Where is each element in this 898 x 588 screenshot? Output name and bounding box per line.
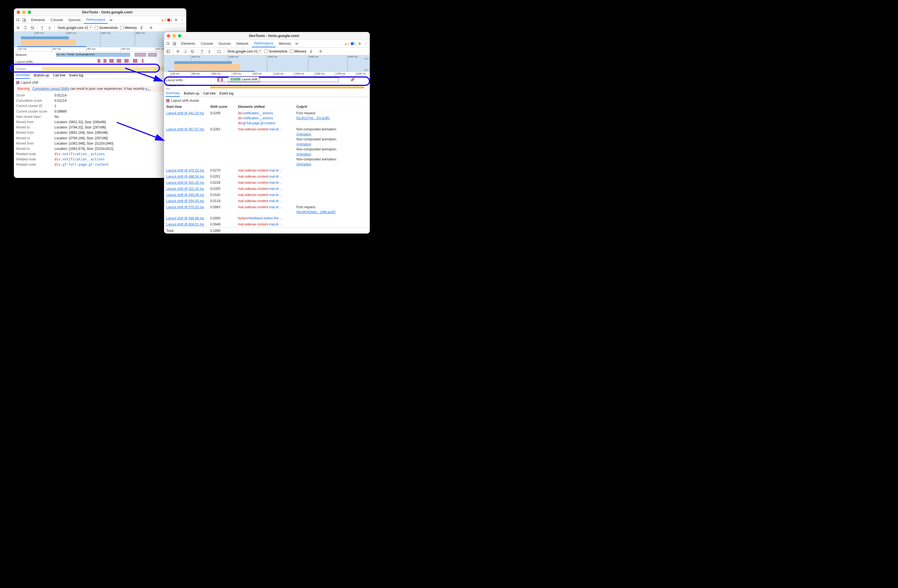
error-badge[interactable]: 1 (168, 18, 172, 22)
close-icon[interactable] (17, 11, 20, 14)
layout-shift-link[interactable]: Layout shift @ 457.07 ms (166, 127, 204, 131)
tab-call-tree[interactable]: Call tree (203, 90, 216, 97)
layout-shift-link[interactable]: Layout shift @ 588.68 ms (166, 216, 204, 220)
tab-memory[interactable]: Memory (277, 40, 293, 47)
culprit-link[interactable]: Animation (296, 162, 311, 166)
svg-rect-1 (23, 18, 25, 22)
culprit-link[interactable]: Animation (296, 142, 311, 146)
memory-checkbox[interactable]: Memory (120, 26, 137, 30)
evolved-link[interactable]: e… (146, 87, 151, 91)
detail-row: Moved toLocation: [3794,194], Size: [287… (16, 135, 184, 141)
titlebar[interactable]: DevTools - fonts.google.com/ (14, 8, 186, 16)
cls-link[interactable]: Cumulative Layout Shifts (32, 87, 69, 91)
session-dropdown[interactable]: fonts.google.com #1 (57, 25, 92, 30)
tab-console[interactable]: Console (48, 17, 65, 23)
overview-timeline[interactable]: 995 ms 1995 ms 2995 ms 3995 ms 4995 ms C… (164, 55, 370, 72)
inspect-icon[interactable] (166, 41, 171, 46)
tab-performance[interactable]: Performance (84, 16, 108, 24)
tab-bottom-up[interactable]: Bottom-up (34, 72, 49, 79)
time-ruler[interactable]: 197 ms 297 ms 397 ms 497 ms 597 ms (14, 47, 186, 52)
tab-summary[interactable]: Summary (166, 90, 180, 97)
layout-shifts-track[interactable]: Layout shifts 0.0269 Layout shift (164, 77, 370, 84)
tab-console[interactable]: Console (198, 40, 215, 47)
layout-shift-link[interactable]: Layout shift @ 545.09 ms (166, 193, 204, 197)
tab-event-log[interactable]: Event log (69, 72, 83, 79)
upload-icon[interactable] (40, 25, 45, 30)
detail-row: Cumulative score0.01214 (16, 98, 184, 103)
frames-track[interactable]: Frames 167.1 ms (164, 84, 370, 90)
layout-shift-link[interactable]: Layout shift @ 570.53 ms (166, 205, 204, 209)
tab-summary[interactable]: Summary (15, 72, 30, 79)
perf-toolbar: fonts.google.com #1 Screenshots Memory ⚙ (164, 48, 370, 55)
minimize-icon[interactable] (22, 11, 26, 14)
device-icon[interactable] (172, 41, 177, 46)
clear-icon[interactable] (190, 49, 195, 54)
gear-icon[interactable]: ⚙ (357, 41, 362, 46)
maximize-icon[interactable] (178, 34, 181, 37)
gc-icon[interactable] (139, 25, 144, 30)
tab-network[interactable]: Network (234, 40, 251, 47)
layout-shift-link[interactable]: Layout shift @ 486.54 ms (166, 175, 204, 179)
svg-point-13 (177, 51, 178, 52)
memory-checkbox[interactable]: Memory (290, 49, 306, 53)
layout-shift-link[interactable]: Layout shift @ 604.01 ms (166, 222, 204, 226)
gear-icon[interactable]: ⚙ (148, 25, 154, 30)
culprit-link[interactable]: Animation (296, 152, 311, 156)
more-tabs-icon[interactable]: ≫ (294, 41, 299, 46)
window-controls (167, 34, 181, 37)
clear-icon[interactable] (30, 25, 35, 30)
sidebar-icon[interactable] (166, 49, 171, 54)
layout-shifts-track[interactable]: Layout shifts (14, 58, 186, 66)
overview-timeline[interactable]: 997 ms 1997 ms 2997 ms 3997 ms 4997 ms (14, 32, 186, 47)
time-ruler[interactable]: 195 ms 395 ms 595 ms 795 ms 995 ms 1195 … (164, 72, 370, 77)
summary-panel: Layout shift Warning Cumulative Layout S… (14, 79, 186, 178)
culprit-link[interactable]: t5sJIQcYNI…IUI.woff2 (296, 116, 330, 120)
close-icon[interactable] (167, 34, 170, 37)
upload-icon[interactable] (200, 49, 205, 54)
gc-icon[interactable] (309, 49, 314, 54)
layout-shift-link[interactable]: Layout shift @ 554.05 ms (166, 199, 204, 203)
session-dropdown[interactable]: fonts.google.com #1 (226, 49, 262, 54)
window-controls (17, 11, 31, 14)
inspect-icon[interactable] (15, 17, 21, 23)
layout-shift-link[interactable]: Layout shift @ 441.20 ms (166, 111, 204, 115)
home-icon[interactable] (217, 49, 221, 54)
reload-icon[interactable] (183, 49, 188, 54)
titlebar[interactable]: DevTools - fonts.google.com/ (164, 32, 370, 40)
tab-performance[interactable]: Performance (252, 40, 275, 47)
info-badge[interactable]: 1 (351, 42, 356, 45)
device-icon[interactable] (22, 17, 27, 23)
layout-shift-link[interactable]: Layout shift @ 470.53 ms (166, 168, 204, 172)
gear-icon[interactable]: ⚙ (174, 17, 178, 23)
table-row: Layout shift @ 570.53 ms0.0083mat-sidena… (166, 204, 368, 215)
tab-sources[interactable]: Sources (66, 17, 83, 23)
culprit-link[interactable]: Animation (296, 132, 311, 136)
layout-shift-link[interactable]: Layout shift @ 503.26 ms (166, 181, 204, 185)
screenshots-checkbox[interactable]: Screenshots (264, 49, 288, 53)
reload-icon[interactable] (23, 25, 28, 30)
tab-call-tree[interactable]: Call tree (53, 72, 66, 79)
screenshots-checkbox[interactable]: Screenshots (95, 26, 118, 30)
network-track[interactable]: Network Lar...sec... Family... (fonts.go… (14, 52, 186, 58)
frames-track[interactable]: Frames (14, 66, 186, 72)
download-icon[interactable] (207, 49, 212, 54)
detail-row: Current cluster score0.09889 (16, 109, 184, 114)
download-icon[interactable] (47, 25, 52, 30)
culprit-link[interactable]: HhzMU5Ak9u…p9M.woff2 (296, 210, 335, 214)
record-icon[interactable] (15, 25, 21, 30)
tab-event-log[interactable]: Event log (219, 90, 233, 97)
maximize-icon[interactable] (28, 11, 31, 14)
tab-elements[interactable]: Elements (29, 17, 47, 23)
kebab-icon[interactable]: ⋮ (180, 17, 185, 23)
tab-bottom-up[interactable]: Bottom-up (184, 90, 199, 97)
gear-icon[interactable]: ⚙ (318, 49, 323, 54)
record-icon[interactable] (175, 49, 180, 54)
warning-badge[interactable]: ▲ 1 (344, 42, 350, 45)
minimize-icon[interactable] (172, 34, 176, 37)
warning-badge[interactable]: ▲ 2 (161, 18, 166, 22)
tab-elements[interactable]: Elements (179, 40, 197, 47)
more-tabs-icon[interactable]: ≫ (109, 17, 114, 23)
layout-shift-link[interactable]: Layout shift @ 521.16 ms (166, 187, 204, 191)
kebab-icon[interactable]: ⋮ (363, 41, 368, 46)
tab-sources[interactable]: Sources (216, 40, 233, 47)
